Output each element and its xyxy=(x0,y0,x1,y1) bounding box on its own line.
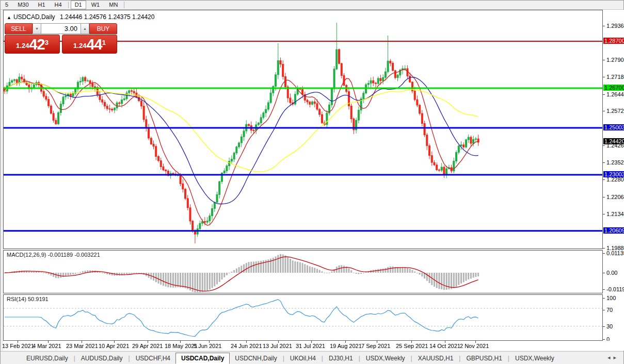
tab-scroll-left-icon[interactable]: ◂ xyxy=(607,354,614,360)
price-tick-mark xyxy=(603,145,605,146)
indicator-tick-label: 0.00 xyxy=(606,270,617,276)
tab-separator: | xyxy=(129,355,130,362)
timeframe-button-h1[interactable]: H1 xyxy=(34,1,50,9)
price-tick-label: 1.22800 xyxy=(606,176,624,183)
rsi-indicator-label: RSI(14) 50.9191 xyxy=(7,296,49,302)
price-badge-123003: 1.23003 xyxy=(603,171,624,177)
sell-price-big: 42 xyxy=(29,37,44,52)
date-label: 29 Apr 2021 xyxy=(132,343,163,349)
buy-price-big: 44 xyxy=(86,37,102,52)
tab-usdchf-h4[interactable]: USDCHF,H4 xyxy=(131,353,175,363)
buy-button[interactable]: BUY xyxy=(89,23,117,34)
rsi-name: RSI(14) xyxy=(7,296,26,302)
buy-price-prefix: 1.24 xyxy=(73,40,86,52)
date-label: 19 Aug 2021 xyxy=(330,343,362,349)
macd-current-values: -0.001189 -0.003221 xyxy=(47,252,100,258)
tab-ukoil-h4[interactable]: UKOil,H4 xyxy=(285,353,321,363)
indicator-tick-mark xyxy=(603,326,605,327)
price-tick-mark xyxy=(603,179,605,180)
date-label: 25 Sep 2021 xyxy=(396,343,428,349)
timeframe-toolbar: 5M30H1H4D1W1MN xyxy=(1,1,623,10)
tab-eurusd-daily[interactable]: EURUSD,Daily xyxy=(21,353,73,363)
price-tick-mark xyxy=(603,214,605,214)
one-click-trading-widget: SELL ▼ ▲ BUY 1.24423 1.24441 xyxy=(5,23,117,54)
price-badge-125003: 1.25003 xyxy=(603,124,624,130)
macd-indicator-label: MACD(12,26,9) -0.001189 -0.003221 xyxy=(7,252,100,258)
date-label: 10 Apr 2021 xyxy=(99,343,129,349)
price-badge-126700: 1.26700 xyxy=(603,85,624,91)
timeframe-button-mn[interactable]: MN xyxy=(105,1,122,9)
price-badge-120609: 1.20609 xyxy=(603,227,624,234)
price-tick-label: 1.27900 xyxy=(606,57,624,63)
volume-input[interactable] xyxy=(41,24,81,34)
price-tick-label: 1.23520 xyxy=(606,159,624,166)
indicator-tick-label: 30 xyxy=(606,323,613,329)
timeframe-button-5[interactable]: 5 xyxy=(1,1,12,9)
chart-ohlc-values: 1.24446 1.24576 1.24375 1.24420 xyxy=(60,13,155,21)
price-tick-label: 1.27180 xyxy=(606,74,624,80)
toolbar-separator xyxy=(68,2,69,8)
sell-button[interactable]: SELL xyxy=(5,23,33,34)
rsi-current-value: 50.9191 xyxy=(28,296,49,302)
price-tick-mark xyxy=(603,248,605,249)
indicator-tick-mark xyxy=(603,310,605,310)
date-label: 4 Mar 2021 xyxy=(33,343,61,349)
price-tick-mark xyxy=(603,162,605,163)
sell-price-sup: 3 xyxy=(45,34,49,52)
price-tick-mark xyxy=(603,60,605,60)
tab-scroll-arrows[interactable]: ◂▸ xyxy=(607,354,619,361)
tab-audusd-daily[interactable]: AUDUSD,Daily xyxy=(76,353,128,363)
tab-usdx-weekly[interactable]: USDX,Weekly xyxy=(510,353,559,363)
price-tick-mark xyxy=(603,77,605,77)
date-label: 5 Jun 2021 xyxy=(194,343,221,349)
chart-tab-bar: EURUSD,Daily|AUDUSD,Daily|USDCHF,H4USDCA… xyxy=(1,351,623,364)
timeframe-button-d1[interactable]: D1 xyxy=(71,1,86,9)
volume-box xyxy=(41,23,81,34)
price-axis[interactable]: 1.293601.279001.271801.264401.257201.242… xyxy=(603,10,624,341)
tab-separator: | xyxy=(283,355,284,362)
volume-increase-button[interactable]: ▲ xyxy=(81,23,89,34)
indicator-tick-label: 0.01135 xyxy=(606,250,624,256)
chart-symbol-label: USDCAD,Daily xyxy=(13,13,55,21)
timeframe-button-w1[interactable]: W1 xyxy=(87,1,104,9)
price-badge-128700: 1.28700 xyxy=(603,38,624,44)
chart-title: ▲USDCAD,Daily 1.24446 1.24576 1.24375 1.… xyxy=(7,13,154,21)
tab-usdcad-daily[interactable]: USDCAD,Daily xyxy=(175,353,230,364)
indicator-tick-mark xyxy=(603,339,605,340)
indicator-tick-mark xyxy=(603,273,605,273)
indicator-tick-label: 70 xyxy=(606,307,613,313)
tab-separator: | xyxy=(508,355,509,362)
tab-separator: | xyxy=(459,355,460,362)
date-axis[interactable]: 13 Feb 20214 Mar 202123 Mar 202110 Apr 2… xyxy=(3,341,624,351)
date-label: 13 Jul 2021 xyxy=(263,343,292,349)
indicator-tick-label: 100 xyxy=(606,295,616,301)
date-label: 2 Nov 2021 xyxy=(460,343,489,349)
platform-window: 5M30H1H4D1W1MN ▲USDCAD,Daily 1.24446 1.2… xyxy=(0,0,624,364)
buy-price-sup: 1 xyxy=(102,34,106,52)
tab-dj30-h1[interactable]: DJ30,H1 xyxy=(324,353,358,363)
indicator-tick-mark xyxy=(603,289,605,290)
price-tick-mark xyxy=(603,111,605,111)
volume-decrease-button[interactable]: ▼ xyxy=(33,23,41,34)
tab-scroll-right-icon[interactable]: ▸ xyxy=(613,354,619,360)
indicator-tick-label: -0.01190 xyxy=(606,286,624,292)
date-label: 23 Mar 2021 xyxy=(66,343,98,349)
buy-price-quote[interactable]: 1.24441 xyxy=(62,35,117,54)
toolbar-separator xyxy=(124,2,124,8)
price-tick-mark xyxy=(603,94,605,95)
indicator-tick-mark xyxy=(603,298,605,299)
tab-usdcnh-daily[interactable]: USDCNH,Daily xyxy=(230,353,282,363)
price-tick-label: 1.26440 xyxy=(606,91,624,97)
date-label: 18 May 2021 xyxy=(165,343,198,349)
rsi-panel[interactable] xyxy=(3,294,603,341)
timeframe-button-h4[interactable]: H4 xyxy=(51,1,66,9)
timeframe-button-m30[interactable]: M30 xyxy=(13,1,33,9)
tab-gbpusd-h1[interactable]: GBPUSD,H1 xyxy=(461,353,507,363)
collapse-panel-icon[interactable]: ▲ xyxy=(7,15,11,20)
price-tick-mark xyxy=(603,197,605,197)
tab-usdx-weekly[interactable]: USDX,Weekly xyxy=(361,353,410,363)
date-label: 13 Feb 2021 xyxy=(2,343,34,349)
sell-price-quote[interactable]: 1.24423 xyxy=(5,35,60,54)
price-tick-label: 1.29360 xyxy=(606,23,624,29)
tab-xauusd-h1[interactable]: XAUUSD,H1 xyxy=(413,353,459,363)
